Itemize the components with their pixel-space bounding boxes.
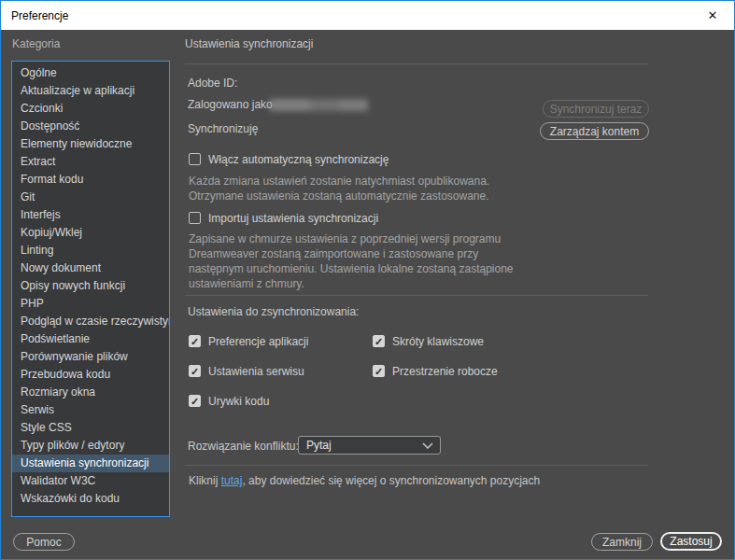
sidebar-item[interactable]: Typy plików / edytory bbox=[12, 437, 169, 455]
help-button[interactable]: Pomoc bbox=[13, 533, 75, 551]
learn-more-line: Kliknij tutaj, aby dowiedzieć się więcej… bbox=[189, 474, 540, 487]
conflict-select[interactable]: Pytaj bbox=[298, 436, 441, 455]
sync-item-row[interactable]: ✓Ustawienia serwisu bbox=[189, 362, 373, 380]
titlebar: Preferencje ✕ bbox=[1, 1, 734, 30]
sidebar-item[interactable]: Aktualizacje w aplikacji bbox=[12, 82, 169, 100]
chevron-down-icon bbox=[422, 442, 433, 449]
sidebar-item[interactable]: Interfejs bbox=[12, 206, 169, 224]
sync-item-label: Ustawienia serwisu bbox=[208, 365, 304, 378]
sidebar-item[interactable]: Linting bbox=[12, 242, 169, 259]
learn-more-link[interactable]: tutaj bbox=[221, 474, 243, 487]
link-prefix: Kliknij bbox=[189, 474, 221, 487]
sidebar-item[interactable]: Walidator W3C bbox=[12, 472, 169, 490]
apply-button[interactable]: Zastosuj bbox=[660, 532, 722, 551]
sync-items-heading: Ustawienia do zsynchronizowania: bbox=[188, 305, 359, 318]
sync-now-button[interactable]: Synchronizuj teraz bbox=[543, 100, 649, 118]
link-suffix: , aby dowiedzieć się więcej o synchroniz… bbox=[242, 474, 540, 487]
checkbox-icon[interactable]: ✓ bbox=[189, 365, 201, 377]
sidebar-item[interactable]: Podgląd w czasie rzeczywistym bbox=[12, 313, 169, 330]
close-button[interactable]: Zamknij bbox=[591, 533, 653, 551]
help-text: Zapisane w chmurze ustawienia z poprzedn… bbox=[189, 231, 532, 291]
sidebar-item[interactable]: Nowy dokument bbox=[12, 259, 169, 277]
divider bbox=[185, 465, 648, 466]
manage-account-button[interactable]: Zarządzaj kontem bbox=[540, 122, 649, 140]
conflict-label: Rozwiązanie konfliktu: bbox=[188, 440, 299, 453]
checkbox-icon[interactable]: ✓ bbox=[189, 395, 201, 407]
sync-item-row[interactable]: ✓Przestrzenie robocze bbox=[373, 362, 498, 380]
logged-in-label: Zalogowano jako bbox=[188, 98, 273, 111]
panel-title: Ustawienia synchronizacji bbox=[185, 30, 313, 59]
checkbox-icon[interactable]: ✓ bbox=[373, 365, 385, 377]
sync-item-label: Preferencje aplikacji bbox=[208, 335, 308, 348]
redacted-email bbox=[269, 99, 368, 111]
sidebar-item[interactable]: Ustawienia synchronizacji bbox=[12, 455, 169, 472]
sidebar-item[interactable]: Serwis bbox=[12, 401, 169, 419]
sidebar-item[interactable]: Ogólne bbox=[12, 64, 169, 82]
sidebar-item[interactable]: Podświetlanie bbox=[12, 330, 169, 348]
sidebar-item[interactable]: Format kodu bbox=[12, 171, 169, 189]
sync-item-label: Urywki kodu bbox=[208, 395, 269, 408]
sync-item-label: Przestrzenie robocze bbox=[392, 365, 498, 378]
window-title: Preferencje bbox=[1, 9, 68, 22]
adobe-id-label: Adobe ID: bbox=[188, 77, 237, 90]
sync-item-row[interactable]: ✓Urywki kodu bbox=[189, 392, 373, 410]
checkbox-icon[interactable]: ✓ bbox=[373, 335, 385, 347]
sync-item-label: Skróty klawiszowe bbox=[392, 335, 484, 348]
auto-sync-label: Włącz automatyczną synchronizację bbox=[208, 153, 389, 166]
close-icon[interactable]: ✕ bbox=[691, 1, 734, 30]
sync-item-row[interactable]: ✓Preferencje aplikacji bbox=[189, 332, 373, 350]
sidebar-item[interactable]: Wskazówki do kodu bbox=[12, 490, 169, 508]
syncing-label: Synchronizuję bbox=[188, 122, 258, 135]
sync-item-row[interactable]: ✓Skróty klawiszowe bbox=[373, 332, 498, 350]
sidebar-item[interactable]: Czcionki bbox=[12, 100, 169, 118]
category-list[interactable]: OgólneAktualizacje w aplikacjiCzcionkiDo… bbox=[11, 61, 170, 517]
sidebar-item[interactable]: Rozmiary okna bbox=[12, 384, 169, 401]
sidebar-item[interactable]: Extract bbox=[12, 153, 169, 171]
import-sync-label: Importuj ustawienia synchronizacji bbox=[208, 212, 378, 225]
sidebar-item[interactable]: Porównywanie plików bbox=[12, 348, 169, 366]
help-text: Każda zmiana ustawień zostanie natychmia… bbox=[189, 174, 532, 203]
conflict-value: Pytaj bbox=[306, 439, 332, 452]
sidebar-item[interactable]: Elementy niewidoczne bbox=[12, 135, 169, 153]
sidebar-item[interactable]: Kopiuj/Wklej bbox=[12, 224, 169, 242]
checkbox-icon[interactable]: ✓ bbox=[189, 335, 201, 347]
checkbox-icon[interactable] bbox=[189, 212, 201, 224]
sidebar-item[interactable]: Style CSS bbox=[12, 419, 169, 437]
divider bbox=[185, 295, 648, 296]
sync-items-grid: ✓Preferencje aplikacji✓Skróty klawiszowe… bbox=[189, 332, 498, 410]
divider bbox=[185, 63, 648, 64]
preferences-dialog: Preferencje ✕ Kategoria Ustawienia synch… bbox=[0, 0, 735, 560]
sidebar-item[interactable]: Przebudowa kodu bbox=[12, 366, 169, 384]
sidebar-item[interactable]: PHP bbox=[12, 295, 169, 313]
sidebar-item[interactable]: Dostępność bbox=[12, 118, 169, 135]
import-sync-row[interactable]: Importuj ustawienia synchronizacji bbox=[189, 209, 378, 227]
sidebar-item[interactable]: Git bbox=[12, 189, 169, 206]
sidebar-item[interactable]: Opisy nowych funkcji bbox=[12, 277, 169, 295]
auto-sync-row[interactable]: Włącz automatyczną synchronizację bbox=[189, 150, 389, 168]
category-heading: Kategoria bbox=[12, 30, 60, 59]
checkbox-icon[interactable] bbox=[189, 153, 201, 165]
